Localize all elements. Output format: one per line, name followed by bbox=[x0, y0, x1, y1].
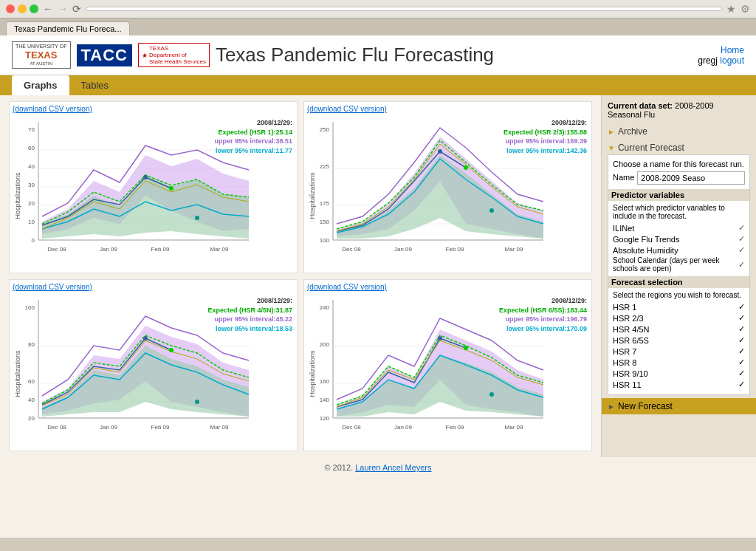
svg-text:0: 0 bbox=[32, 237, 35, 244]
svg-text:150: 150 bbox=[320, 219, 330, 225]
region-hsr11: HSR 11 ✓ bbox=[613, 379, 745, 390]
predictor-variables-title: Predictor variables bbox=[608, 189, 749, 201]
chart-legend-hsr65s: 2008/12/29: Expected (HSR 6/5S):183.44 u… bbox=[499, 296, 587, 333]
tacc-logo: TACC bbox=[77, 44, 132, 66]
bookmark-icon[interactable]: ★ bbox=[726, 3, 736, 15]
region-hsr65s-label: HSR 6/5S bbox=[613, 336, 649, 345]
region-hsr45n-check[interactable]: ✓ bbox=[738, 324, 745, 334]
forecast-selection-title: Forecast selection bbox=[608, 276, 749, 288]
footer-author-link[interactable]: Lauren Ancel Meyers bbox=[355, 463, 431, 472]
svg-text:Jan 09: Jan 09 bbox=[100, 424, 118, 431]
sidebar: Current data set: 2008-2009 Seasonal Flu… bbox=[601, 95, 756, 457]
region-hsr23-check[interactable]: ✓ bbox=[738, 313, 745, 323]
svg-point-77 bbox=[438, 336, 442, 340]
svg-text:Feb 09: Feb 09 bbox=[446, 246, 464, 253]
region-hsr8-check[interactable]: ✓ bbox=[738, 357, 745, 367]
svg-text:200: 200 bbox=[320, 341, 330, 348]
new-forecast-section[interactable]: ► New Forecast bbox=[602, 398, 756, 414]
home-link[interactable]: Home bbox=[721, 45, 744, 55]
back-button[interactable]: ← bbox=[43, 3, 53, 15]
predictor-intro: Select which predictor variables to incl… bbox=[613, 204, 745, 220]
main-content: (download CSV version) 2008/12/29: Expec… bbox=[0, 95, 756, 457]
tab-graphs[interactable]: Graphs bbox=[12, 75, 69, 95]
svg-marker-56 bbox=[42, 346, 249, 417]
current-forecast-label: Current Forecast bbox=[618, 143, 684, 153]
region-hsr45n-label: HSR 4/5N bbox=[613, 325, 650, 334]
chart-hsr23: (download CSV version) 2008/12/29: Expec… bbox=[303, 101, 592, 273]
predictor-humidity-label: Absolute Humidity bbox=[613, 246, 678, 255]
region-hsr11-label: HSR 11 bbox=[613, 380, 642, 389]
svg-text:Feb 09: Feb 09 bbox=[446, 424, 464, 431]
forecast-name-input[interactable] bbox=[637, 171, 745, 185]
svg-point-78 bbox=[464, 346, 468, 350]
chart-hsr65s: (download CSV version) 2008/12/29: Expec… bbox=[303, 279, 592, 451]
sidebar-section-current-forecast: ▼ Current Forecast Choose a name for thi… bbox=[608, 141, 750, 395]
svg-text:80: 80 bbox=[28, 341, 35, 348]
svg-text:160: 160 bbox=[320, 378, 330, 385]
predictor-humidity-check[interactable]: ✓ bbox=[738, 245, 745, 255]
settings-icon[interactable]: ⚙ bbox=[740, 3, 750, 15]
svg-marker-76 bbox=[337, 355, 543, 417]
download-csv-hsr45n[interactable]: (download CSV version) bbox=[13, 283, 294, 291]
svg-point-58 bbox=[169, 348, 173, 352]
close-button[interactable] bbox=[6, 4, 15, 13]
chart-legend-hsr23: 2008/12/29: Expected (HSR 2/3):155.88 up… bbox=[504, 118, 587, 155]
predictor-ilinet-check[interactable]: ✓ bbox=[738, 223, 745, 233]
svg-text:250: 250 bbox=[320, 126, 330, 133]
minimize-button[interactable] bbox=[18, 4, 27, 13]
svg-point-19 bbox=[195, 216, 199, 220]
predictor-ilinet-label: ILINet bbox=[613, 224, 634, 233]
forecast-name-label: Name bbox=[613, 173, 634, 182]
download-csv-hsr1[interactable]: (download CSV version) bbox=[13, 105, 294, 113]
svg-text:Hospitalizations: Hospitalizations bbox=[309, 172, 316, 219]
chart-hsr1: (download CSV version) 2008/12/29: Expec… bbox=[9, 101, 298, 273]
svg-text:Feb 09: Feb 09 bbox=[151, 424, 170, 431]
svg-text:175: 175 bbox=[320, 200, 330, 207]
region-hsr910-check[interactable]: ✓ bbox=[738, 369, 745, 378]
download-csv-hsr65s[interactable]: (download CSV version) bbox=[307, 283, 588, 291]
predictor-school-check[interactable]: ✓ bbox=[738, 260, 745, 270]
predictor-google-check[interactable]: ✓ bbox=[738, 234, 745, 244]
svg-point-17 bbox=[143, 175, 148, 179]
region-hsr23-label: HSR 2/3 bbox=[613, 314, 644, 323]
region-hsr1-check[interactable]: ✓ bbox=[738, 302, 745, 312]
site-header: THE UNIVERSITY OF TEXAS AT AUSTIN TACC ★… bbox=[0, 35, 756, 75]
current-dataset-value: 2008-2009 bbox=[675, 101, 714, 110]
forward-button[interactable]: → bbox=[58, 3, 68, 15]
svg-text:Jan 09: Jan 09 bbox=[394, 424, 413, 431]
region-hsr11-check[interactable]: ✓ bbox=[738, 380, 745, 389]
svg-text:Hospitalizations: Hospitalizations bbox=[309, 350, 316, 397]
svg-text:30: 30 bbox=[28, 182, 35, 188]
current-forecast-header[interactable]: ▼ Current Forecast bbox=[608, 141, 750, 154]
archive-label: Archive bbox=[618, 126, 647, 137]
address-bar[interactable] bbox=[86, 7, 722, 11]
svg-text:20: 20 bbox=[28, 415, 35, 422]
logout-link[interactable]: logout bbox=[720, 55, 744, 66]
chart-legend-hsr1: 2008/12/29: Expected (HSR 1):25.14 upper… bbox=[214, 118, 292, 155]
region-hsr910-label: HSR 9/10 bbox=[613, 369, 648, 378]
download-csv-hsr23[interactable]: (download CSV version) bbox=[307, 105, 588, 113]
username: gregj bbox=[698, 55, 718, 66]
forecast-name-prompt: Choose a name for this forecast run. bbox=[613, 160, 745, 168]
tab-tables[interactable]: Tables bbox=[69, 75, 121, 95]
svg-text:Dec 08: Dec 08 bbox=[342, 424, 361, 431]
new-forecast-label: New Forecast bbox=[618, 401, 673, 411]
predictor-school: School Calendar (days per week schools a… bbox=[613, 256, 745, 273]
region-hsr7: HSR 7 ✓ bbox=[613, 346, 745, 357]
region-hsr65s-check[interactable]: ✓ bbox=[738, 335, 745, 345]
chart-hsr45n: (download CSV version) 2008/12/29: Expec… bbox=[9, 279, 298, 451]
svg-text:100: 100 bbox=[320, 237, 330, 244]
browser-chrome: ← → ⟳ ★ ⚙ bbox=[0, 0, 756, 18]
svg-text:60: 60 bbox=[28, 145, 35, 151]
svg-text:Jan 09: Jan 09 bbox=[100, 246, 118, 253]
page-wrapper: THE UNIVERSITY OF TEXAS AT AUSTIN TACC ★… bbox=[0, 35, 756, 538]
maximize-button[interactable] bbox=[30, 4, 38, 13]
chart-legend-hsr45n: 2008/12/29: Expected (HSR 4/5N):31.87 up… bbox=[207, 296, 292, 333]
region-hsr7-check[interactable]: ✓ bbox=[738, 346, 745, 356]
region-hsr23: HSR 2/3 ✓ bbox=[613, 312, 745, 324]
browser-tab[interactable]: Texas Pandemic Flu Foreca... bbox=[6, 21, 130, 35]
archive-header[interactable]: ► Archive bbox=[608, 125, 750, 138]
region-hsr65s: HSR 6/5S ✓ bbox=[613, 335, 745, 346]
graphs-area: (download CSV version) 2008/12/29: Expec… bbox=[0, 95, 601, 457]
refresh-button[interactable]: ⟳ bbox=[72, 3, 81, 15]
